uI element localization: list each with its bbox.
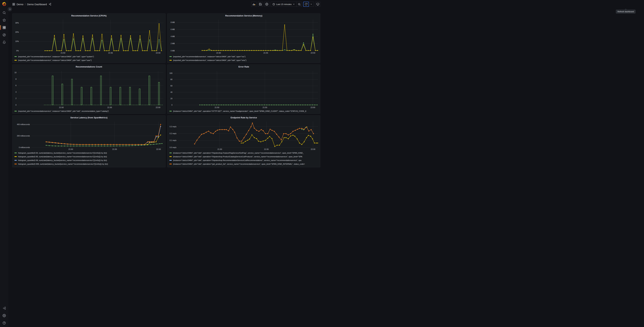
- svg-text:21:50: 21:50: [68, 148, 73, 150]
- panel-recommendations-count: Recommendations Count 21:5021:5522:00024…: [12, 64, 166, 114]
- time-range-group: Last 15 minutes: [271, 2, 302, 7]
- svg-text:60: 60: [170, 85, 172, 87]
- svg-text:0.2 req/s: 0.2 req/s: [170, 132, 176, 134]
- panel-recommendation-cpu: Recommendation Service (CPU%) 21:5021:55…: [12, 14, 166, 63]
- sidebar-item-search[interactable]: [0, 11, 8, 14]
- svg-text:2 MB: 2 MB: [170, 42, 175, 44]
- legend-item[interactable]: {exported_job="recommendationservice", i…: [14, 58, 164, 62]
- sidebar-item-alerting[interactable]: [0, 40, 8, 44]
- legend-label: {exported_job="recommendationservice", i…: [18, 56, 94, 58]
- legend-item[interactable]: {instance="otelcol:9464", job="otel", op…: [170, 109, 319, 113]
- legend-label: {exported_job="recommendationservice", i…: [18, 59, 92, 61]
- sidebar-expand-button[interactable]: [8, 7, 12, 11]
- refresh-icon: [305, 3, 308, 6]
- legend-item[interactable]: {exported_job="recommendationservice", i…: [14, 55, 164, 58]
- svg-text:21:55: 21:55: [108, 106, 112, 108]
- svg-text:0.1 req/s: 0.1 req/s: [170, 139, 176, 141]
- legend-item[interactable]: histogram_quantile(0.99, sum(rate(latenc…: [14, 158, 164, 162]
- svg-text:80: 80: [170, 78, 172, 80]
- share-button[interactable]: [48, 2, 52, 6]
- svg-text:0: 0: [16, 104, 16, 106]
- svg-text:0.0 req/s: 0.0 req/s: [170, 146, 176, 148]
- svg-text:0 milliseconds: 0 milliseconds: [19, 146, 30, 148]
- dashboard-settings-button[interactable]: [264, 2, 269, 7]
- svg-text:21:55: 21:55: [108, 52, 113, 54]
- legend-label: {exported_job="recommendationservice", i…: [173, 56, 246, 58]
- legend-label: histogram_quantile(0.95, sum(rate(latenc…: [18, 156, 107, 158]
- svg-text:0%: 0%: [16, 50, 19, 52]
- legend-label: {instance="otelcol:9464", job="otel", op…: [173, 152, 304, 154]
- chevron-down-icon: [293, 3, 295, 5]
- grafana-logo[interactable]: [2, 2, 7, 7]
- panel-legend: histogram_quantile(0.50, sum(rate(latenc…: [14, 151, 164, 164]
- sidebar-item-starred[interactable]: [0, 18, 8, 22]
- legend-label: {instance="otelcol:9464", job="otel", op…: [173, 110, 306, 112]
- panel-recommendation-memory: Recommendation Service (Memory) 21:5021:…: [167, 14, 320, 63]
- panel-chart[interactable]: 21:5021:5522:00020406080100: [168, 69, 320, 109]
- legend-item[interactable]: histogram_quantile(0.50, sum(rate(latenc…: [14, 151, 164, 155]
- legend-item[interactable]: {instance="otelcol:9464", job="otel", op…: [170, 155, 319, 158]
- breadcrumb-dashboard[interactable]: Demo Dashboard: [27, 3, 47, 6]
- legend-label: {instance="otelcol:9464", job="otel", op…: [173, 159, 301, 161]
- legend-item[interactable]: {exported_job="recommendationservice", i…: [170, 58, 319, 62]
- refresh-interval-dropdown[interactable]: [309, 2, 314, 6]
- svg-text:40: 40: [170, 91, 172, 93]
- legend-label: {instance="otelcol:9464", job="otel", op…: [173, 156, 302, 158]
- refresh-button[interactable]: [303, 2, 309, 7]
- svg-text:21:50: 21:50: [216, 52, 221, 54]
- svg-text:20: 20: [170, 98, 172, 100]
- panel-chart[interactable]: 21:5021:5522:000 MB2 MB4 MB6 MB8 MB: [168, 18, 320, 55]
- panel-endpoint-rate: Endpoint Rate by Service 21:5021:5522:00…: [167, 115, 320, 164]
- panel-title[interactable]: Recommendation Service (CPU%): [12, 14, 165, 18]
- save-dashboard-button[interactable]: [258, 2, 263, 7]
- legend-item[interactable]: {exported_job="recommendationservice", i…: [14, 109, 164, 113]
- zoom-out-button[interactable]: [297, 2, 302, 6]
- svg-text:4 MB: 4 MB: [170, 36, 175, 38]
- refresh-group: [303, 2, 314, 7]
- svg-text:22:00: 22:00: [310, 52, 315, 54]
- legend-item[interactable]: {exported_job="recommendationservice", i…: [170, 55, 319, 58]
- panel-title[interactable]: Recommendations Count: [12, 65, 165, 69]
- legend-swatch: [14, 152, 17, 153]
- legend-item[interactable]: {instance="otelcol:9464", job="otel", op…: [170, 158, 319, 162]
- sidebar-item-explore[interactable]: [0, 33, 8, 36]
- panel-title[interactable]: Recommendation Service (Memory): [168, 14, 320, 18]
- sidebar-item-dashboards[interactable]: [0, 26, 8, 29]
- time-range-label: Last 15 minutes: [276, 3, 292, 6]
- panel-legend: {exported_job="recommendationservice", i…: [14, 55, 164, 62]
- legend-item[interactable]: {instance="otelcol:9464", job="otel", op…: [170, 151, 319, 155]
- dashboards-grid-icon: [2, 26, 6, 29]
- time-range-picker[interactable]: Last 15 minutes: [271, 2, 296, 6]
- svg-text:200 milliseconds: 200 milliseconds: [17, 135, 30, 137]
- panel-title[interactable]: Service Latency (from SpanMetrics): [12, 116, 165, 120]
- panel-title[interactable]: Error Rate: [168, 65, 320, 69]
- svg-text:30%: 30%: [15, 22, 19, 24]
- chevron-down-icon: [310, 3, 312, 5]
- panel-chart[interactable]: 21:5021:5522:000 milliseconds200 millise…: [12, 120, 166, 151]
- cycle-view-button[interactable]: [315, 2, 320, 7]
- legend-label: {instance="otelcol:9464", job="otel", op…: [173, 163, 305, 164]
- panel-chart[interactable]: 21:5021:5522:000.0 req/s0.1 req/s0.2 req…: [168, 120, 320, 151]
- svg-text:21:50: 21:50: [59, 106, 64, 108]
- panel-chart[interactable]: 21:5021:5522:000246810: [12, 69, 166, 109]
- breadcrumb: Demo / Demo Dashboard: [12, 0, 52, 8]
- svg-text:4: 4: [16, 91, 16, 93]
- add-panel-button[interactable]: [251, 2, 256, 7]
- legend-item[interactable]: histogram_quantile(0.95, sum(rate(latenc…: [14, 155, 164, 158]
- breadcrumb-folder[interactable]: Demo: [16, 3, 23, 6]
- legend-item[interactable]: {instance="otelcol:9464", job="otel", op…: [170, 162, 319, 164]
- svg-text:0.3 req/s: 0.3 req/s: [170, 126, 176, 128]
- apps-grid-icon: [12, 3, 15, 6]
- panel-chart[interactable]: 21:5021:5522:000%10%20%30%: [12, 18, 166, 55]
- legend-swatch: [14, 111, 17, 112]
- legend-label: histogram_quantile(0.50, sum(rate(latenc…: [18, 152, 107, 154]
- legend-swatch: [14, 156, 17, 157]
- legend-item[interactable]: histogram_quantile(0.999, sum(rate(laten…: [14, 162, 164, 164]
- legend-swatch: [14, 56, 17, 57]
- star-icon: [2, 18, 6, 22]
- monitor-icon: [316, 3, 319, 6]
- panel-legend: {instance="otelcol:9464", job="otel", op…: [170, 109, 319, 113]
- legend-swatch: [170, 160, 172, 161]
- panel-title[interactable]: Endpoint Rate by Service: [168, 116, 320, 120]
- legend-swatch: [170, 111, 172, 112]
